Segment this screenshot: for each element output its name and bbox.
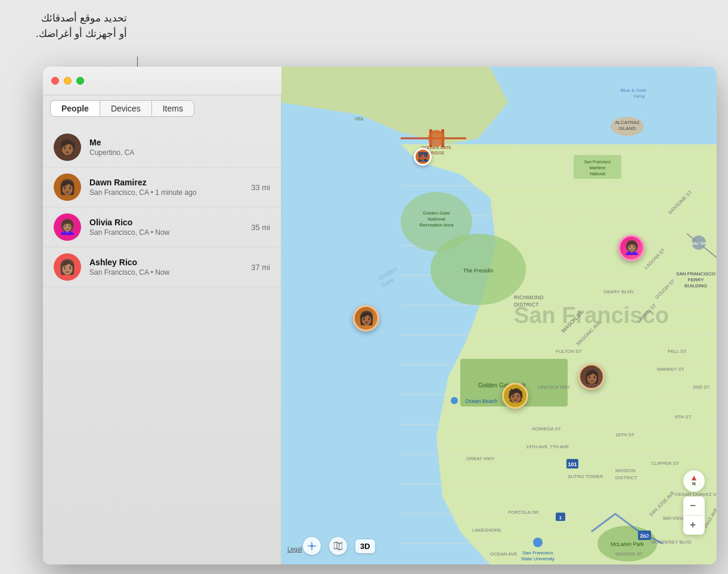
sidebar: People Devices Items 🧑🏾 Me Cupertino, CA… bbox=[43, 67, 281, 564]
svg-text:MISSION ST: MISSION ST bbox=[615, 551, 643, 557]
svg-text:ALCATRAZ: ALCATRAZ bbox=[615, 120, 639, 125]
svg-point-109 bbox=[311, 545, 314, 548]
tab-people[interactable]: People bbox=[50, 100, 100, 117]
pin-avatar-olivia: 👩🏽‍🦱 bbox=[618, 235, 645, 261]
pin-avatar-ashley: 🧑🏾 bbox=[502, 383, 528, 409]
zoom-out-button[interactable]: − bbox=[683, 497, 702, 516]
person-item-olivia[interactable]: 👩🏽‍🦱 Olivia Rico San Francisco, CA • Now… bbox=[43, 207, 281, 247]
compass-button[interactable]: N bbox=[683, 470, 705, 492]
svg-text:Maritime: Maritime bbox=[590, 166, 606, 170]
avatar-dawn: 👩🏾 bbox=[54, 173, 81, 201]
svg-text:LINCOLN WAY: LINCOLN WAY bbox=[538, 384, 571, 390]
map-pin-me[interactable]: 👩🏾 bbox=[578, 364, 605, 390]
person-item-dawn[interactable]: 👩🏾 Dawn Ramirez San Francisco, CA • 1 mi… bbox=[43, 167, 281, 207]
svg-text:RICHMOND: RICHMOND bbox=[514, 294, 544, 300]
fullscreen-button[interactable] bbox=[76, 77, 84, 85]
svg-text:GREAT HWY: GREAT HWY bbox=[466, 456, 495, 461]
map-area[interactable]: Golden Gate Park The Presidio Golden Gat… bbox=[281, 67, 717, 564]
person-info-olivia: Olivia Rico San Francisco, CA • Now bbox=[89, 218, 245, 237]
zoom-in-button[interactable]: + bbox=[683, 516, 702, 535]
map-bottom-bar: 3D bbox=[303, 537, 375, 555]
person-name-me: Me bbox=[89, 138, 264, 147]
svg-text:San Francisco: San Francisco bbox=[584, 160, 611, 164]
svg-text:Recreation Area: Recreation Area bbox=[419, 222, 454, 228]
svg-text:9TH ST: 9TH ST bbox=[675, 414, 692, 420]
map-controls: N − + bbox=[683, 470, 705, 535]
svg-point-95 bbox=[533, 538, 543, 547]
svg-text:GEARY BLVD: GEARY BLVD bbox=[603, 289, 633, 294]
title-bar bbox=[43, 67, 281, 95]
person-location-olivia: San Francisco, CA • Now bbox=[89, 228, 245, 237]
tab-devices[interactable]: Devices bbox=[100, 100, 151, 117]
svg-text:Ferry: Ferry bbox=[634, 94, 645, 99]
person-location-dawn: San Francisco, CA • 1 minute ago bbox=[89, 188, 245, 197]
svg-text:McLaren Park: McLaren Park bbox=[611, 541, 645, 547]
tab-bar: People Devices Items bbox=[43, 95, 281, 123]
svg-text:BUILDING: BUILDING bbox=[684, 283, 707, 288]
person-name-dawn: Dawn Ramirez bbox=[89, 178, 245, 187]
person-distance-olivia: 35 mi bbox=[251, 223, 270, 232]
find-my-window: People Devices Items 🧑🏾 Me Cupertino, CA… bbox=[43, 67, 717, 564]
svg-point-33 bbox=[401, 192, 472, 252]
svg-text:FELL ST: FELL ST bbox=[668, 349, 686, 354]
svg-text:16TH ST: 16TH ST bbox=[615, 432, 634, 438]
map-pin-dawn[interactable]: 👩🏾 bbox=[353, 305, 379, 331]
svg-text:CLIPPER ST: CLIPPER ST bbox=[651, 461, 679, 466]
svg-text:MISSION: MISSION bbox=[615, 468, 636, 473]
pin-avatar-me: 👩🏾 bbox=[578, 364, 605, 390]
minimize-button[interactable] bbox=[64, 77, 72, 85]
person-name-ashley: Ashley Rico bbox=[89, 257, 245, 267]
svg-text:1: 1 bbox=[559, 515, 562, 520]
map-svg: Golden Gate Park The Presidio Golden Gat… bbox=[281, 67, 717, 564]
svg-text:19TH AVE: 19TH AVE bbox=[526, 444, 548, 449]
person-info-dawn: Dawn Ramirez San Francisco, CA • 1 minut… bbox=[89, 178, 245, 197]
svg-text:The Presidio: The Presidio bbox=[463, 268, 494, 274]
svg-text:2ND ST: 2ND ST bbox=[693, 384, 710, 390]
svg-text:PORTOLA DR: PORTOLA DR bbox=[508, 510, 539, 515]
avatar-me: 🧑🏾 bbox=[54, 134, 81, 161]
svg-text:NORIEGA ST: NORIEGA ST bbox=[532, 426, 561, 432]
svg-text:SUTRO TOWER: SUTRO TOWER bbox=[568, 474, 603, 479]
map-pin-ashley[interactable]: 🧑🏾 bbox=[502, 383, 528, 409]
close-button[interactable] bbox=[51, 77, 59, 85]
map-pin-olivia[interactable]: 👩🏽‍🦱 bbox=[618, 235, 645, 261]
3d-button[interactable]: 3D bbox=[355, 539, 375, 553]
svg-text:Blue & Gold: Blue & Gold bbox=[621, 88, 646, 93]
svg-text:7TH AVE: 7TH AVE bbox=[550, 444, 569, 449]
person-location-ashley: San Francisco, CA • Now bbox=[89, 268, 245, 277]
map-type-button[interactable] bbox=[329, 537, 347, 555]
svg-text:Ocean Beach: Ocean Beach bbox=[465, 398, 498, 404]
svg-text:FERRY: FERRY bbox=[688, 277, 705, 283]
arabic-annotation: تحديد موقع أصدقائك أو أجهزتك أو أغراضك. bbox=[36, 11, 127, 41]
person-info-me: Me Cupertino, CA bbox=[89, 138, 264, 157]
legal-link[interactable]: Legal bbox=[287, 546, 302, 553]
svg-point-43 bbox=[451, 397, 458, 404]
pin-avatar-dawn: 👩🏾 bbox=[353, 305, 379, 331]
svg-text:LAKESHORE: LAKESHORE bbox=[472, 528, 501, 533]
svg-text:DISTRICT: DISTRICT bbox=[514, 302, 539, 308]
svg-text:San Francisco: San Francisco bbox=[522, 550, 553, 556]
svg-text:Golden Gate: Golden Gate bbox=[423, 210, 450, 216]
tab-items[interactable]: Items bbox=[151, 100, 194, 117]
svg-text:DISTRICT: DISTRICT bbox=[615, 475, 637, 480]
people-list: 🧑🏾 Me Cupertino, CA 👩🏾 Dawn Ramirez San … bbox=[43, 123, 281, 564]
person-info-ashley: Ashley Rico San Francisco, CA • Now bbox=[89, 257, 245, 277]
svg-text:OCEAN AVE: OCEAN AVE bbox=[490, 551, 518, 557]
svg-text:BAYVIEW: BAYVIEW bbox=[663, 516, 684, 521]
svg-marker-114 bbox=[334, 542, 342, 550]
zoom-control: − + bbox=[683, 497, 705, 535]
svg-text:ISLAND: ISLAND bbox=[619, 126, 636, 131]
person-location-me: Cupertino, CA bbox=[89, 148, 264, 157]
person-name-olivia: Olivia Rico bbox=[89, 218, 245, 227]
avatar-olivia: 👩🏽‍🦱 bbox=[54, 213, 81, 241]
svg-text:FULTON ST: FULTON ST bbox=[556, 349, 582, 354]
svg-text:BAY BR: BAY BR bbox=[691, 241, 706, 246]
location-button[interactable] bbox=[303, 537, 321, 555]
svg-point-52 bbox=[428, 130, 445, 147]
svg-text:SAN FRANCISCO: SAN FRANCISCO bbox=[676, 271, 715, 277]
person-distance-ashley: 37 mi bbox=[251, 263, 270, 272]
person-item-ashley[interactable]: 👩🏽 Ashley Rico San Francisco, CA • Now 3… bbox=[43, 247, 281, 287]
svg-text:National: National bbox=[590, 172, 605, 176]
map-pin-ggbridge: 🌉 bbox=[414, 148, 432, 166]
person-item-me[interactable]: 🧑🏾 Me Cupertino, CA bbox=[43, 128, 281, 167]
